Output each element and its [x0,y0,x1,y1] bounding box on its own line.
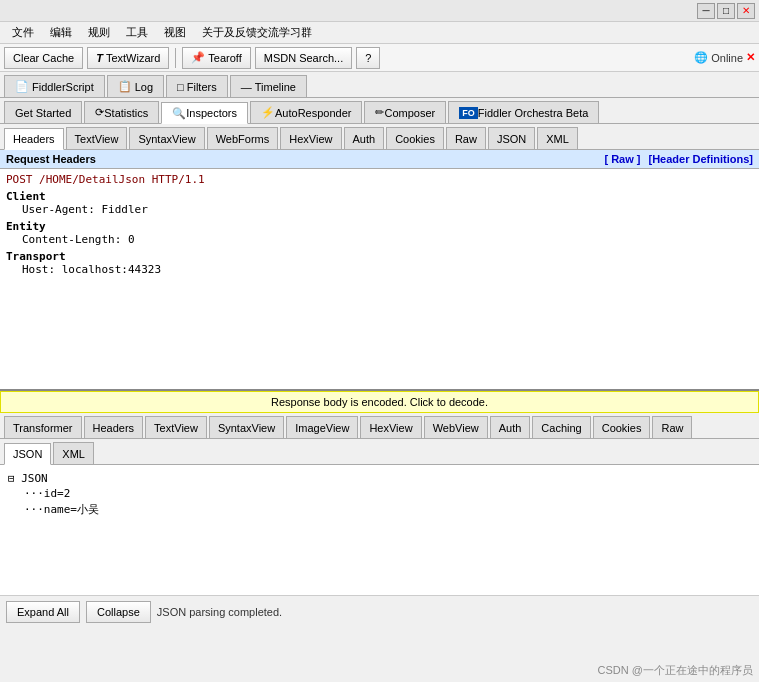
json-tree-root: ⊟ JSON [8,471,751,486]
tab-composer[interactable]: ✏ Composer [364,101,446,123]
clear-cache-button[interactable]: Clear Cache [4,47,83,69]
request-sub-tabs: Headers TextView SyntaxView WebForms Hex… [0,124,759,150]
req-tab-hexview[interactable]: HexView [280,127,341,149]
tab-fiddlerscript[interactable]: 📄 FiddlerScript [4,75,105,97]
resp-tab-transformer[interactable]: Transformer [4,416,82,438]
json-subtab-xml[interactable]: XML [53,442,94,464]
autoresponder-icon: ⚡ [261,106,275,119]
menu-about[interactable]: 关于及反馈交流学习群 [194,23,320,42]
main-tabs: 📄 FiddlerScript 📋 Log □ Filters — Timeli… [0,72,759,98]
fo-icon: FO [459,107,478,119]
json-status: JSON parsing completed. [157,606,282,618]
request-line: POST /HOME/DetailJson HTTP/1.1 [6,173,753,186]
tearoff-button[interactable]: 📌 Tearoff [182,47,250,69]
text-wizard-button[interactable]: T TextWizard [87,47,169,69]
watermark: CSDN @一个正在途中的程序员 [598,663,753,678]
inspector-tabs: Get Started ⟳ Statistics 🔍 Inspectors ⚡ … [0,98,759,124]
client-user-agent: User-Agent: Fiddler [6,203,753,216]
req-tab-webforms[interactable]: WebForms [207,127,279,149]
resp-tab-hexview[interactable]: HexView [360,416,421,438]
encoded-notice[interactable]: Response body is encoded. Click to decod… [0,391,759,413]
tab-filters[interactable]: □ Filters [166,75,228,97]
section-client: Client User-Agent: Fiddler [6,190,753,216]
req-tab-xml[interactable]: XML [537,127,578,149]
text-wizard-icon: T [96,52,103,64]
log-icon: 📋 [118,80,132,93]
req-tab-headers[interactable]: Headers [4,128,64,150]
req-tab-syntaxview[interactable]: SyntaxView [129,127,204,149]
online-icon: 🌐 [694,51,708,64]
resp-tab-cookies[interactable]: Cookies [593,416,651,438]
menu-tools[interactable]: 工具 [118,23,156,42]
statistics-icon: ⟳ [95,106,104,119]
req-tab-textview[interactable]: TextView [66,127,128,149]
resp-tab-auth[interactable]: Auth [490,416,531,438]
req-tab-json[interactable]: JSON [488,127,535,149]
tab-statistics[interactable]: ⟳ Statistics [84,101,159,123]
request-panel: Request Headers [ Raw ] [Header Definiti… [0,150,759,391]
title-bar: ─ □ ✕ [0,0,759,22]
menu-edit[interactable]: 编辑 [42,23,80,42]
bottom-toolbar: Expand All Collapse JSON parsing complet… [0,595,759,627]
menu-file[interactable]: 文件 [4,23,42,42]
section-transport: Transport Host: localhost:44323 [6,250,753,276]
raw-link[interactable]: [ Raw ] [604,153,640,165]
expand-all-button[interactable]: Expand All [6,601,80,623]
tab-autoresponder[interactable]: ⚡ AutoResponder [250,101,362,123]
json-subtabs: JSON XML [0,439,759,465]
toolbar-separator [175,48,176,68]
req-tab-cookies[interactable]: Cookies [386,127,444,149]
resp-tab-headers[interactable]: Headers [84,416,144,438]
tab-fiddler-orchestra[interactable]: FO Fiddler Orchestra Beta [448,101,599,123]
section-client-header: Client [6,190,753,203]
json-id-key: ···id=2 [24,487,70,500]
json-tree-id: ···id=2 [8,486,751,501]
msdn-search-button[interactable]: MSDN Search... [255,47,352,69]
json-expand-icon[interactable]: ⊟ [8,472,15,485]
json-root-label: JSON [21,472,48,485]
tab-get-started[interactable]: Get Started [4,101,82,123]
tab-log[interactable]: 📋 Log [107,75,164,97]
section-entity-header: Entity [6,220,753,233]
header-definitions-link[interactable]: [Header Definitions] [648,153,753,165]
request-headers-title: Request Headers [6,153,96,165]
collapse-button[interactable]: Collapse [86,601,151,623]
response-tabs: Transformer Headers TextView SyntaxView … [0,413,759,439]
json-tree-name: ···name=小吴 [8,501,751,518]
entity-content-length: Content-Length: 0 [6,233,753,246]
request-content: POST /HOME/DetailJson HTTP/1.1 Client Us… [0,169,759,389]
json-subtab-json[interactable]: JSON [4,443,51,465]
section-transport-header: Transport [6,250,753,263]
tab-inspectors[interactable]: 🔍 Inspectors [161,102,248,124]
req-tab-raw[interactable]: Raw [446,127,486,149]
menu-rules[interactable]: 规则 [80,23,118,42]
panel-header-links: [ Raw ] [Header Definitions] [604,153,753,165]
resp-tab-webview[interactable]: WebView [424,416,488,438]
resp-tab-imageview[interactable]: ImageView [286,416,358,438]
transport-host: Host: localhost:44323 [6,263,753,276]
close-button[interactable]: ✕ [737,3,755,19]
menu-view[interactable]: 视图 [156,23,194,42]
json-content: ⊟ JSON ···id=2 ···name=小吴 [0,465,759,595]
resp-tab-caching[interactable]: Caching [532,416,590,438]
inspectors-icon: 🔍 [172,107,186,120]
tab-timeline[interactable]: — Timeline [230,75,307,97]
online-indicator[interactable]: 🌐 Online ✕ [694,51,755,64]
toolbar: Clear Cache T TextWizard 📌 Tearoff MSDN … [0,44,759,72]
maximize-button[interactable]: □ [717,3,735,19]
close-fiddler-icon[interactable]: ✕ [746,51,755,64]
section-entity: Entity Content-Length: 0 [6,220,753,246]
filters-icon: □ [177,81,184,93]
resp-tab-raw[interactable]: Raw [652,416,692,438]
fiddlerscript-icon: 📄 [15,80,29,93]
resp-tab-syntaxview[interactable]: SyntaxView [209,416,284,438]
minimize-button[interactable]: ─ [697,3,715,19]
tearoff-icon: 📌 [191,51,205,64]
timeline-icon: — [241,81,252,93]
request-panel-header: Request Headers [ Raw ] [Header Definiti… [0,150,759,169]
resp-tab-textview[interactable]: TextView [145,416,207,438]
json-name-key: ···name=小吴 [24,503,99,516]
req-tab-auth[interactable]: Auth [344,127,385,149]
composer-icon: ✏ [375,106,384,119]
help-button[interactable]: ? [356,47,380,69]
